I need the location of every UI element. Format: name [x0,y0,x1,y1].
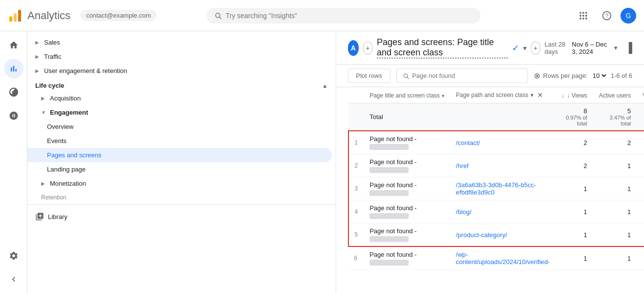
table-row: 6 Page not found - /wp-content/uploads/2… [348,246,644,270]
row-active-users: 1 [593,246,637,270]
total-views-per-user: 1.60 Avg -72.21% [637,103,644,131]
svg-rect-10 [585,15,587,16]
row-views: 1 [556,246,593,270]
paging-info: 1-6 of 6 [611,72,632,79]
table-header-row: Page title and screen class ▾ Page path … [348,87,644,103]
col-active-users-header[interactable]: Active users [593,87,637,103]
account-circle[interactable]: A [348,40,359,56]
dimension-dropdown[interactable]: ▾ [523,44,527,52]
svg-line-18 [407,77,409,78]
nav-user-engagement[interactable]: ▶ User engagement & retention [27,64,336,78]
filter-search-input[interactable] [412,72,522,79]
row-views-per-user: 1.00 [637,246,644,270]
icon-rail [0,31,27,293]
row-number: 6 [348,246,364,270]
rail-home[interactable] [4,35,23,55]
row-number: 3 [348,177,364,200]
page-path-filter[interactable]: Page path and screen class ▾ ✕ [456,91,550,99]
account-chip[interactable]: contact@example.com [80,10,157,21]
apps-icon [578,11,588,21]
nav-engagement[interactable]: ▼ Engagement [27,105,336,120]
redacted-text [369,167,409,173]
svg-rect-9 [582,15,584,16]
nav-acquisition[interactable]: ▶ Acquisition [27,91,336,105]
settings-icon [9,251,19,261]
main-content: A + Pages and screens: Page title and sc… [336,31,644,293]
add-metric-btn[interactable]: + [530,41,541,55]
check-icon: ✓ [512,43,519,53]
clear-filter-icon[interactable]: ⊗ [534,71,540,80]
col-views-per-user-header[interactable]: Views per active user [637,87,644,103]
row-number: 4 [348,200,364,223]
nav-overview[interactable]: Overview [27,120,336,134]
row-page-title: Page not found - [364,154,450,177]
col-page-path-header[interactable]: Page path and screen class ▾ ✕ [450,87,556,103]
redacted-text [369,190,409,196]
row-page-path: /wp-content/uploads/2024/10/verified- [450,246,556,270]
nav-pages-screens[interactable]: Pages and screens [27,148,332,162]
plot-rows-button[interactable]: Plot rows [348,69,391,83]
compare-icon-btn[interactable]: ▐ [625,42,632,53]
analytics-logo-icon [8,8,23,23]
search-bar[interactable] [207,8,481,24]
rail-reports[interactable] [4,59,23,78]
row-page-path: /href [450,154,556,177]
col-views-header[interactable]: ↓ ↓ Views [556,87,593,103]
topbar: Analytics contact@example.com [0,0,644,31]
col-page-title-header[interactable]: Page title and screen class ▾ [364,87,450,103]
total-row: Total 8 0.97% of total 5 3.47% of total … [348,103,644,131]
library-icon [35,212,44,221]
page-title-filter[interactable]: Page title and screen class ▾ [369,92,444,99]
search-icon [214,12,222,20]
nav-sales[interactable]: ▶ Sales [27,35,336,49]
app-title: Analytics [27,9,70,22]
nav-retention[interactable]: Retention [27,191,336,204]
row-number: 2 [348,154,364,177]
search-input[interactable] [226,12,473,20]
data-table: Page title and screen class ▾ Page path … [348,87,644,270]
nav-monetization[interactable]: ▶ Monetization [27,176,336,191]
row-active-users: 1 [593,223,637,247]
row-views-per-user: 1.00 [637,200,644,223]
rail-explore[interactable] [4,82,23,102]
add-comparison-btn[interactable]: + [363,41,373,55]
rail-settings[interactable] [4,246,23,266]
row-number: 5 [348,223,364,247]
rail-bottom [4,246,23,289]
topbar-actions: ? G [574,6,636,25]
table-row: 1 Page not found - /contact/ 2 2 1.00 [348,131,644,154]
row-views: 2 [556,154,593,177]
row-number: 1 [348,131,364,154]
svg-rect-0 [9,16,12,22]
collapse-icon [9,274,19,284]
row-page-title: Page not found - [364,200,450,223]
row-views: 1 [556,223,593,247]
row-page-path: /blog/ [450,200,556,223]
nav-library[interactable]: Library [27,209,336,224]
row-views-per-user: 1.00 [637,131,644,154]
rail-collapse[interactable] [4,269,23,289]
apps-button[interactable] [574,6,593,25]
date-range[interactable]: Last 28 days Nov 6 – Dec 3, 2024 ▾ [545,41,618,55]
svg-rect-13 [585,18,587,19]
row-active-users: 1 [593,200,637,223]
total-blank [348,103,364,131]
nav-tree: ▶ Sales ▶ Traffic ▶ User engagement & re… [27,31,336,293]
help-button[interactable]: ? [597,6,617,25]
page-title: Pages and screens: Page title and screen… [377,37,508,58]
rows-per-page-select[interactable]: 10 [591,72,608,80]
svg-rect-2 [18,10,21,22]
logo[interactable]: Analytics [8,8,70,23]
row-views-per-user: 2.00 [637,154,644,177]
svg-rect-11 [579,18,581,19]
table-wrapper: Page title and screen class ▾ Page path … [336,87,644,293]
remove-page-path-col[interactable]: ✕ [535,91,545,99]
col-num-header [348,87,364,103]
nav-events[interactable]: Events [27,134,336,148]
nav-landing-page[interactable]: Landing page [27,162,336,176]
nav-traffic[interactable]: ▶ Traffic [27,49,336,64]
total-label: Total [364,103,556,131]
avatar[interactable]: G [621,8,636,24]
rail-advertising[interactable] [4,106,23,125]
table-controls: Plot rows ⊗ Rows per page: 10 1-6 of 6 [336,65,644,87]
